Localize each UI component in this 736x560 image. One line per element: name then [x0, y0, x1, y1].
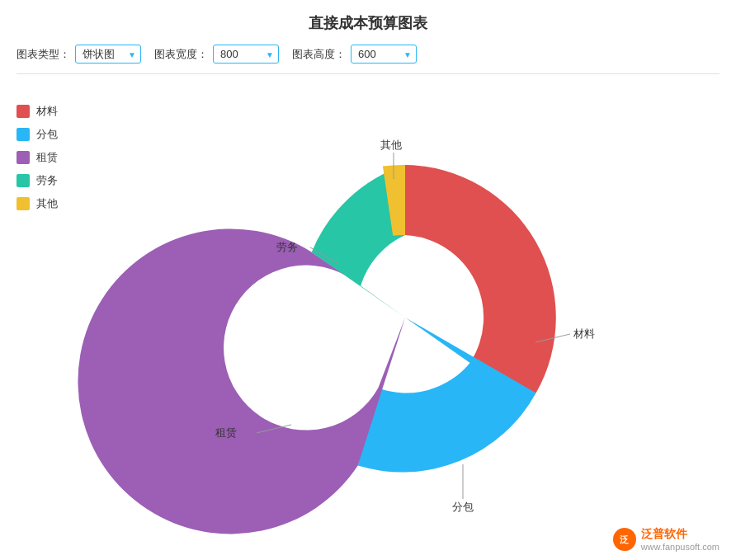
- page-title: 直接成本预算图表: [17, 13, 719, 33]
- chart-type-item: 图表类型： 饼状图 柱状图 折线图 ▼: [17, 45, 141, 64]
- chart-height-label: 图表高度：: [292, 47, 346, 62]
- legend-label-subcontract: 分包: [36, 127, 58, 142]
- legend-label-material: 材料: [36, 104, 58, 119]
- legend-color-other: [17, 197, 30, 210]
- donut-chart: 材料 分包 租赁 劳务 其他: [149, 120, 661, 515]
- chart-height-select-wrapper: 400 500 600 700 800 ▼: [351, 45, 417, 64]
- watermark: 泛 泛普软件 www.fanpusoft.com: [613, 527, 719, 552]
- page-container: 直接成本预算图表 图表类型： 饼状图 柱状图 折线图 ▼ 图表宽度： 600 7…: [0, 0, 736, 560]
- legend-label-other: 其他: [36, 196, 58, 211]
- legend-color-subcontract: [17, 128, 30, 141]
- legend-label-rental: 租赁: [36, 150, 58, 165]
- legend-item-other: 其他: [17, 196, 83, 211]
- legend-color-material: [17, 105, 30, 118]
- chart-type-select-wrapper: 饼状图 柱状图 折线图 ▼: [75, 45, 141, 64]
- chart-label-other: 其他: [380, 139, 402, 151]
- chart-width-label: 图表宽度：: [154, 47, 208, 62]
- legend-item-labor: 劳务: [17, 173, 83, 188]
- segment-material: [405, 165, 556, 393]
- chart-area: 材料 分包 租赁 劳务 其他: [91, 87, 719, 547]
- chart-type-label: 图表类型：: [17, 47, 70, 62]
- legend: 材料 分包 租赁 劳务 其他: [17, 87, 83, 547]
- watermark-url: www.fanpusoft.com: [641, 542, 719, 552]
- legend-label-labor: 劳务: [36, 173, 58, 188]
- legend-item-rental: 租赁: [17, 150, 83, 165]
- legend-color-rental: [17, 151, 30, 164]
- chart-width-item: 图表宽度： 600 700 800 900 1000 ▼: [154, 45, 279, 64]
- legend-color-labor: [17, 174, 30, 187]
- legend-item-material: 材料: [17, 104, 83, 119]
- main-content: 材料 分包 租赁 劳务 其他: [17, 87, 719, 547]
- chart-label-rental: 租赁: [215, 426, 237, 439]
- chart-height-select[interactable]: 400 500 600 700 800: [351, 45, 417, 64]
- chart-label-material: 材料: [573, 327, 595, 340]
- legend-item-subcontract: 分包: [17, 127, 83, 142]
- chart-width-select[interactable]: 600 700 800 900 1000: [213, 45, 279, 64]
- chart-label-labor: 劳务: [276, 241, 298, 253]
- chart-label-subcontract: 分包: [452, 501, 474, 513]
- chart-height-item: 图表高度： 400 500 600 700 800 ▼: [292, 45, 417, 64]
- chart-width-select-wrapper: 600 700 800 900 1000 ▼: [213, 45, 279, 64]
- toolbar: 图表类型： 饼状图 柱状图 折线图 ▼ 图表宽度： 600 700 800 90…: [17, 45, 719, 74]
- watermark-company: 泛普软件: [641, 527, 719, 542]
- watermark-text-block: 泛普软件 www.fanpusoft.com: [641, 527, 719, 552]
- watermark-logo-text: 泛: [620, 534, 629, 546]
- chart-type-select[interactable]: 饼状图 柱状图 折线图: [75, 45, 141, 64]
- watermark-logo: 泛: [613, 528, 636, 551]
